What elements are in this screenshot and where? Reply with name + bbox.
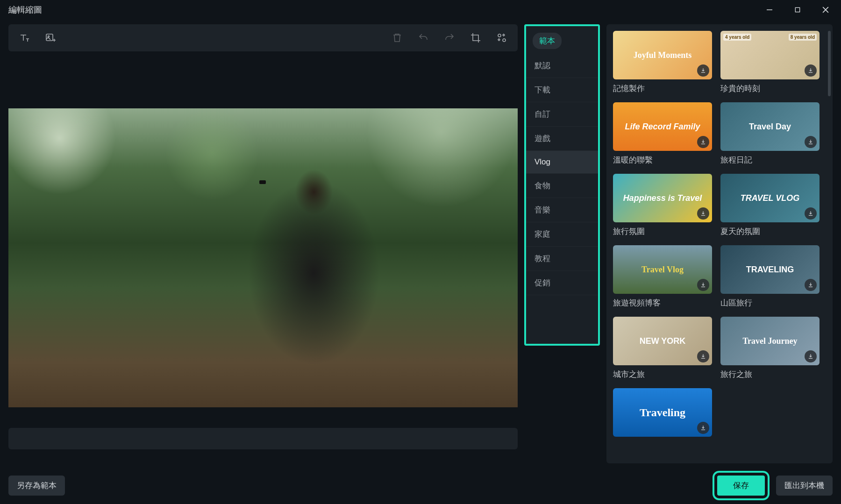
template-card[interactable]: Travel Vlog旅遊視頻博客 bbox=[613, 245, 712, 308]
download-icon[interactable] bbox=[697, 422, 709, 434]
template-thumb-text: Travel Vlog bbox=[641, 265, 684, 275]
footer: 另存為範本 保存 匯出到本機 bbox=[8, 476, 833, 496]
template-card[interactable]: 4 years old8 years old珍貴的時刻 bbox=[720, 31, 820, 94]
template-label: 旅行氛圍 bbox=[613, 226, 712, 237]
template-thumbnail: TRAVEL VLOG bbox=[720, 174, 820, 222]
template-card[interactable]: Travel Day旅程日記 bbox=[720, 102, 820, 165]
category-item[interactable]: 促銷 bbox=[526, 271, 598, 295]
category-item[interactable]: 遊戲 bbox=[526, 127, 598, 151]
tab-templates[interactable]: 範本 bbox=[533, 33, 562, 49]
template-thumbnail: Travel Day bbox=[720, 102, 820, 151]
template-label: 夏天的氛圍 bbox=[720, 226, 820, 237]
template-thumb-text: Life Record Family bbox=[625, 122, 700, 132]
category-item[interactable]: 下載 bbox=[526, 78, 598, 102]
category-item[interactable]: 家庭 bbox=[526, 222, 598, 247]
footer-right: 保存 匯出到本機 bbox=[717, 476, 833, 496]
add-image-icon[interactable] bbox=[44, 31, 57, 44]
category-list: 默認下載自訂遊戲Vlog食物音樂家庭教程促銷 bbox=[526, 54, 598, 295]
tool-group-left bbox=[18, 31, 57, 44]
window-controls bbox=[763, 3, 833, 17]
editor-toolbar bbox=[8, 24, 518, 51]
category-item[interactable]: 默認 bbox=[526, 54, 598, 78]
download-icon[interactable] bbox=[805, 350, 817, 362]
template-label: 記憶製作 bbox=[613, 83, 712, 94]
undo-icon[interactable] bbox=[417, 31, 430, 44]
title-bar: 編輯縮圖 bbox=[0, 0, 841, 20]
template-label: 山區旅行 bbox=[720, 298, 820, 308]
category-item[interactable]: 音樂 bbox=[526, 198, 598, 222]
template-thumb-text: Happiness is Travel bbox=[623, 193, 702, 203]
template-label: 旅遊視頻博客 bbox=[613, 298, 712, 308]
template-thumb-text: Travel Day bbox=[749, 122, 791, 132]
category-panel: 範本 默認下載自訂遊戲Vlog食物音樂家庭教程促銷 bbox=[524, 24, 600, 346]
download-icon[interactable] bbox=[697, 136, 709, 148]
redo-icon[interactable] bbox=[443, 31, 456, 44]
template-thumb-text: Travel Journey bbox=[742, 336, 797, 346]
template-card[interactable]: Happiness is Travel旅行氛圍 bbox=[613, 174, 712, 237]
download-icon[interactable] bbox=[805, 279, 817, 291]
template-thumb-text: Joyful Moments bbox=[634, 50, 692, 60]
template-label: 旅程日記 bbox=[720, 155, 820, 165]
download-icon[interactable] bbox=[697, 350, 709, 362]
ai-enhance-icon[interactable] bbox=[495, 31, 508, 44]
close-icon[interactable] bbox=[819, 3, 833, 17]
download-icon[interactable] bbox=[805, 64, 817, 77]
category-tab-header: 範本 bbox=[526, 30, 598, 54]
download-icon[interactable] bbox=[697, 207, 709, 220]
template-thumbnail: TRAVELING bbox=[720, 245, 820, 294]
scrollbar[interactable] bbox=[828, 31, 831, 96]
category-item[interactable]: 自訂 bbox=[526, 102, 598, 127]
template-label: 城市之旅 bbox=[613, 369, 712, 380]
template-card[interactable]: Joyful Moments記憶製作 bbox=[613, 31, 712, 94]
minimize-icon[interactable] bbox=[763, 3, 777, 17]
template-card[interactable]: Life Record Family溫暖的聯繫 bbox=[613, 102, 712, 165]
category-item[interactable]: 食物 bbox=[526, 174, 598, 198]
template-thumbnail: NEW YORK bbox=[613, 317, 712, 365]
download-icon[interactable] bbox=[805, 136, 817, 148]
crop-icon[interactable] bbox=[469, 31, 482, 44]
download-icon[interactable] bbox=[697, 279, 709, 291]
template-thumb-text: NEW YORK bbox=[640, 336, 686, 346]
svg-point-6 bbox=[498, 34, 501, 37]
main-layout: 範本 默認下載自訂遊戲Vlog食物音樂家庭教程促銷 Joyful Moments… bbox=[0, 20, 841, 449]
template-thumbnail: Travel Vlog bbox=[613, 245, 712, 294]
maximize-icon[interactable] bbox=[791, 3, 805, 17]
add-text-icon[interactable] bbox=[18, 31, 31, 44]
thumbnail-preview-image bbox=[8, 108, 518, 407]
templates-grid: Joyful Moments記憶製作4 years old8 years old… bbox=[613, 31, 820, 437]
template-card[interactable]: Traveling bbox=[613, 388, 712, 437]
template-label: 旅行之旅 bbox=[720, 369, 820, 380]
caption-input-bar[interactable] bbox=[8, 428, 518, 449]
template-label: 珍貴的時刻 bbox=[720, 83, 820, 94]
template-thumbnail: Joyful Moments bbox=[613, 31, 712, 79]
delete-icon[interactable] bbox=[391, 31, 404, 44]
preview-area[interactable] bbox=[8, 58, 518, 421]
window-title: 編輯縮圖 bbox=[8, 4, 42, 15]
template-thumbnail: Life Record Family bbox=[613, 102, 712, 151]
template-thumb-text: TRAVEL VLOG bbox=[741, 193, 799, 203]
template-card[interactable]: Travel Journey旅行之旅 bbox=[720, 317, 820, 380]
editor-panel bbox=[8, 24, 518, 449]
export-local-button[interactable]: 匯出到本機 bbox=[776, 476, 833, 496]
download-icon[interactable] bbox=[697, 64, 709, 77]
template-thumb-text: TRAVELING bbox=[746, 265, 794, 275]
template-label: 溫暖的聯繫 bbox=[613, 155, 712, 165]
svg-rect-4 bbox=[46, 34, 53, 41]
age-badge: 8 years old bbox=[789, 34, 817, 41]
template-card[interactable]: TRAVELING山區旅行 bbox=[720, 245, 820, 308]
templates-panel: Joyful Moments記憶製作4 years old8 years old… bbox=[606, 24, 833, 463]
save-as-template-button[interactable]: 另存為範本 bbox=[8, 476, 65, 496]
svg-point-7 bbox=[503, 39, 506, 42]
template-card[interactable]: NEW YORK城市之旅 bbox=[613, 317, 712, 380]
template-card[interactable]: TRAVEL VLOG夏天的氛圍 bbox=[720, 174, 820, 237]
svg-rect-1 bbox=[795, 7, 799, 12]
tool-group-right bbox=[391, 31, 508, 44]
template-thumbnail: Happiness is Travel bbox=[613, 174, 712, 222]
download-icon[interactable] bbox=[805, 207, 817, 220]
template-thumb-text: Traveling bbox=[640, 406, 685, 419]
category-item[interactable]: 教程 bbox=[526, 247, 598, 271]
save-button[interactable]: 保存 bbox=[717, 476, 765, 496]
template-thumbnail: Traveling bbox=[613, 388, 712, 437]
category-item[interactable]: Vlog bbox=[526, 151, 598, 174]
template-thumbnail: Travel Journey bbox=[720, 317, 820, 365]
